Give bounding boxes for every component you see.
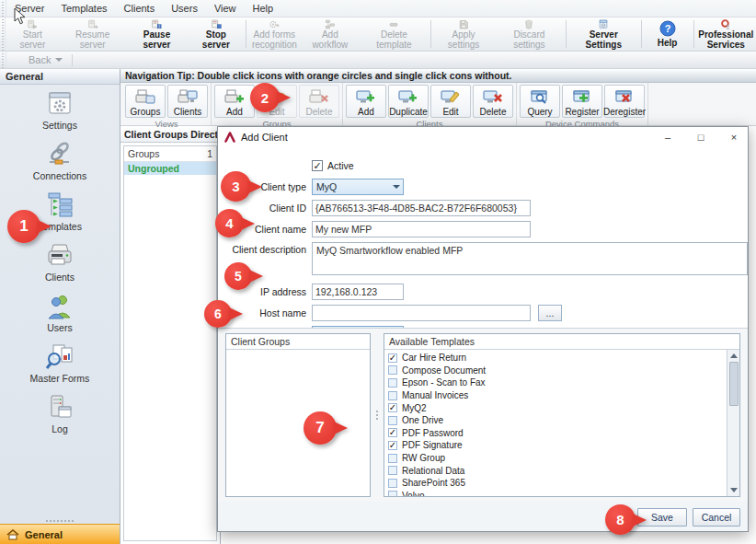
add-forms-recognition-button[interactable]: Add forms recognition <box>248 17 300 51</box>
stop-server-button[interactable]: Stop server <box>188 17 244 51</box>
sidebar-items: Settings Connections Templates Clients U… <box>0 85 120 518</box>
checkbox-icon[interactable] <box>388 391 397 400</box>
checkbox-icon[interactable]: ✓ <box>388 403 397 412</box>
button-label: Delete <box>306 108 333 117</box>
active-label: Active <box>327 160 354 171</box>
checkbox-icon[interactable]: ✓ <box>388 428 397 437</box>
close-button[interactable]: × <box>720 127 748 146</box>
host-name-input[interactable] <box>312 305 531 321</box>
menu-help[interactable]: Help <box>245 1 282 16</box>
sidebar-item-log[interactable]: Log <box>0 394 120 434</box>
checkbox-icon[interactable]: ✓ <box>388 353 397 363</box>
scroll-down-icon[interactable] <box>730 488 738 492</box>
button-label: Help <box>658 39 678 49</box>
template-item[interactable]: ✓PDF Signature <box>388 439 723 452</box>
query-device-button[interactable]: Query <box>520 85 560 118</box>
mouse-cursor <box>14 7 26 25</box>
sidebar-item-settings[interactable]: Settings <box>0 90 120 131</box>
add-workflow-button[interactable]: Add workflow <box>300 17 360 51</box>
client-type-select[interactable]: MyQ <box>312 179 404 195</box>
checkbox-icon[interactable] <box>388 491 397 496</box>
sidebar-item-connections[interactable]: Connections <box>0 141 120 181</box>
panel-title: Client Groups <box>226 334 370 350</box>
template-item[interactable]: ✓MyQ2 <box>388 401 723 414</box>
client-description-input[interactable]: MyQ Smartworkflow enabled MFP <box>312 242 748 275</box>
browse-button[interactable]: ... <box>538 305 562 321</box>
template-item[interactable]: Epson - Scan to Fax <box>388 376 723 389</box>
back-button[interactable]: Back <box>6 54 72 65</box>
professional-services-button[interactable]: Professional Services <box>695 17 756 51</box>
dialog-title-bar[interactable]: Add Client – □ × <box>218 127 748 146</box>
group-row-ungrouped[interactable]: Ungrouped <box>124 162 216 175</box>
help-button[interactable]: ? Help <box>644 17 692 51</box>
sidebar-item-master-forms[interactable]: Master Forms <box>0 343 120 384</box>
register-device-icon <box>571 87 593 106</box>
minimize-button[interactable]: – <box>654 127 682 146</box>
clients-view-button[interactable]: Clients <box>167 85 208 118</box>
template-item[interactable]: ✓PDF Password <box>388 427 723 440</box>
button-label: Groups <box>131 108 161 117</box>
callout-5: 5 <box>224 262 252 290</box>
settings-icon <box>44 90 75 118</box>
toolbar-separator <box>246 20 246 48</box>
checkbox-icon[interactable]: ✓ <box>388 441 397 450</box>
menu-view[interactable]: View <box>206 1 245 16</box>
checkbox-icon[interactable] <box>388 479 397 488</box>
sidebar-footer-general[interactable]: General <box>0 524 120 544</box>
ip-address-input[interactable] <box>312 284 404 300</box>
maximize-button[interactable]: □ <box>687 127 715 146</box>
button-label: Server Settings <box>575 30 633 50</box>
checkbox-icon[interactable] <box>388 378 397 388</box>
delete-client-button[interactable]: Delete <box>473 85 513 118</box>
edit-client-button[interactable]: Edit <box>430 85 471 118</box>
template-item[interactable]: Relational Data <box>388 464 723 477</box>
button-label: Stop server <box>194 30 237 50</box>
deregister-device-button[interactable]: Deregister <box>604 85 645 118</box>
scroll-up-icon[interactable] <box>730 353 738 358</box>
groups-view-button[interactable]: Groups <box>125 85 166 118</box>
sidebar-item-users[interactable]: Users <box>0 293 120 333</box>
client-id-input[interactable] <box>312 200 531 216</box>
templates-icon <box>44 191 75 219</box>
delete-group-button[interactable]: Delete <box>299 85 339 118</box>
template-item[interactable]: ✓Car Hire Return <box>388 352 723 365</box>
checkbox-icon[interactable] <box>388 365 397 375</box>
delete-template-button[interactable]: Delete template <box>360 17 428 51</box>
client-groups-list[interactable] <box>226 350 370 496</box>
add-group-button[interactable]: Add <box>214 85 255 118</box>
checkbox-icon[interactable] <box>388 454 397 463</box>
master-forms-icon <box>44 343 75 371</box>
template-item[interactable]: Volvo <box>388 490 723 496</box>
panel-splitter[interactable] <box>373 333 381 497</box>
sidebar-item-clients[interactable]: Clients <box>0 242 120 283</box>
button-label: Add <box>226 108 243 117</box>
template-label: PDF Signature <box>402 440 463 450</box>
cancel-button[interactable]: Cancel <box>693 508 740 527</box>
apply-settings-button[interactable]: Apply settings <box>432 17 494 51</box>
add-client-button[interactable]: Add <box>346 85 386 118</box>
discard-settings-button[interactable]: Discard settings <box>495 17 564 51</box>
template-item[interactable]: RW Group <box>388 452 723 465</box>
active-checkbox[interactable]: ✓ <box>312 160 323 171</box>
checkbox-icon[interactable] <box>388 416 397 425</box>
app-logo-icon <box>224 132 235 143</box>
duplicate-client-button[interactable]: Duplicate <box>388 85 429 118</box>
pause-server-button[interactable]: Pause server <box>126 17 188 51</box>
scrollbar[interactable] <box>727 350 739 496</box>
sidebar-item-label: Clients <box>45 272 74 283</box>
template-item[interactable]: One Drive <box>388 414 723 427</box>
groups-column-header[interactable]: Groups 1 <box>124 146 216 162</box>
scroll-thumb[interactable] <box>729 362 739 406</box>
client-name-input[interactable] <box>312 221 531 237</box>
menu-clients[interactable]: Clients <box>116 1 164 16</box>
resume-server-button[interactable]: Resume server <box>60 17 126 51</box>
template-label: MyQ2 <box>402 403 427 413</box>
menu-users[interactable]: Users <box>163 1 206 16</box>
template-item[interactable]: Manual Invoices <box>388 389 723 402</box>
menu-templates[interactable]: Templates <box>52 1 115 16</box>
server-settings-button[interactable]: Server Settings <box>568 17 639 51</box>
template-item[interactable]: SharePoint 365 <box>388 477 723 490</box>
template-item[interactable]: Compose Document <box>388 365 723 377</box>
checkbox-icon[interactable] <box>388 466 397 475</box>
register-device-button[interactable]: Register <box>562 85 602 118</box>
